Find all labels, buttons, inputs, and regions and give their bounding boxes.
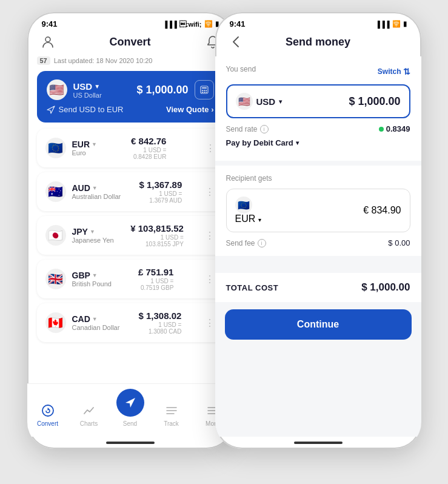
pay-method-label: Pay by Debit Card	[226, 138, 293, 147]
you-send-label: You send	[226, 65, 256, 73]
signal-icon: ▐▐▐	[162, 21, 176, 28]
convert-icon	[41, 403, 55, 418]
calculator-icon[interactable]	[195, 80, 214, 99]
currency-gbp[interactable]: 🇬🇧 GBP ▼ British Pound £ 751.91 1 USD =0…	[37, 260, 224, 298]
currency-list: 🇪🇺 EUR ▼ Euro € 842.76 1 USD =0.8428 EUR…	[37, 129, 224, 342]
gbp-rate: 1 USD =0.7519 GBP	[141, 278, 173, 291]
cad-menu[interactable]: ⋮	[205, 317, 215, 329]
pay-method-selector[interactable]: Pay by Debit Card ▾	[226, 138, 299, 147]
you-send-input-row[interactable]: 🇺🇸 USD ▾ $ 1,000.00	[226, 84, 410, 118]
home-indicator-2	[215, 437, 421, 449]
total-cost-value: $ 1,000.00	[361, 281, 410, 294]
nav-send[interactable]: Send	[110, 389, 151, 427]
update-badge: 57	[37, 56, 50, 65]
total-cost-section: TOTAL COST $ 1,000.00	[215, 273, 421, 302]
page-title-1: Convert	[56, 36, 204, 49]
eur-code: EUR ▼	[72, 139, 97, 149]
currency-jpy[interactable]: 🇯🇵 JPY ▼ Japanese Yen ¥ 103,815.52 1 USD…	[37, 216, 224, 255]
send-currency-selector[interactable]: 🇺🇸 USD ▾	[236, 93, 283, 110]
send-flag: 🇺🇸	[236, 93, 253, 110]
pay-method-row: Pay by Debit Card ▾	[226, 138, 410, 147]
header-2: Send money	[215, 31, 421, 56]
gbp-amount: £ 751.91	[138, 267, 173, 277]
last-updated-bar: 57 Last updated: 18 Nov 2020 10:20	[37, 56, 224, 65]
recipient-flag: 🇪🇺	[235, 197, 252, 213]
jpy-menu[interactable]: ⋮	[205, 230, 215, 241]
home-indicator-1	[27, 437, 233, 449]
status-bar-1: 9:41 ▐▐▐ :wifi; 🛜 ▮	[27, 12, 233, 31]
send-rate-info-icon[interactable]: i	[260, 125, 269, 133]
svg-rect-2	[202, 87, 207, 89]
svg-rect-8	[206, 92, 207, 93]
time-1: 9:41	[42, 19, 58, 29]
recipient-currency-chevron: ▾	[258, 217, 261, 223]
charts-icon	[82, 403, 96, 418]
send-fee-info-icon[interactable]: i	[258, 239, 266, 247]
signal-icon-2: ▐▐▐	[375, 21, 389, 28]
page-title-2: Send money	[244, 36, 392, 49]
cad-flag: 🇨🇦	[45, 312, 66, 333]
recipient-gets-section: Recipient gets 🇪🇺 EUR ▾ € 834.90 Send fe…	[215, 166, 421, 256]
svg-point-9	[42, 405, 53, 416]
send-rate-label: Send rate i	[226, 125, 269, 133]
selected-currency-code: USD ▼	[73, 81, 102, 92]
selected-currency-amount: $ 1,000.00	[136, 84, 188, 96]
eur-rate: 1 USD =0.8428 EUR	[133, 147, 166, 160]
nav-track-label: Track	[164, 420, 179, 427]
you-send-section: You send Switch ⇅ 🇺🇸 USD ▾ $ 1,000.00	[215, 56, 421, 161]
svg-rect-6	[202, 92, 203, 93]
recipient-gets-label: Recipient gets	[226, 174, 410, 183]
recipient-currency-selector[interactable]: 🇪🇺 EUR ▾	[235, 197, 261, 224]
aud-flag: 🇦🇺	[45, 181, 66, 202]
continue-button[interactable]: Continue	[225, 309, 412, 340]
gbp-menu[interactable]: ⋮	[205, 274, 215, 285]
back-icon[interactable]	[227, 33, 244, 50]
send-amount[interactable]: $ 1,000.00	[349, 95, 400, 108]
svg-rect-3	[202, 90, 203, 91]
total-cost-label: TOTAL COST	[226, 283, 279, 292]
cad-name: Canadian Dollar	[72, 324, 120, 331]
nav-track[interactable]: Track	[151, 403, 192, 427]
aud-name: Australian Dollar	[72, 193, 121, 200]
send-money-content: You send Switch ⇅ 🇺🇸 USD ▾ $ 1,000.00	[215, 56, 421, 437]
currency-aud[interactable]: 🇦🇺 AUD ▼ Australian Dollar $ 1,367.89 1 …	[37, 172, 224, 211]
switch-button[interactable]: Switch ⇅	[378, 67, 410, 76]
eur-flag: 🇪🇺	[45, 138, 66, 158]
aud-menu[interactable]: ⋮	[205, 186, 215, 198]
jpy-name: Japanese Yen	[72, 237, 114, 244]
send-rate-value: 0.8349	[379, 124, 410, 133]
svg-rect-5	[206, 90, 207, 91]
eur-amount: € 842.76	[131, 136, 166, 146]
status-icons-2: ▐▐▐ 🛜 ▮	[375, 20, 406, 28]
bottom-nav-1: Convert Charts Send	[27, 383, 233, 437]
spacer	[215, 261, 421, 273]
gbp-flag: 🇬🇧	[45, 269, 66, 289]
rate-status-dot	[379, 127, 384, 132]
cad-code: CAD ▼	[72, 314, 120, 324]
currency-eur[interactable]: 🇪🇺 EUR ▼ Euro € 842.76 1 USD =0.8428 EUR…	[37, 129, 224, 167]
jpy-amount: ¥ 103,815.52	[130, 223, 184, 234]
currency-cad[interactable]: 🇨🇦 CAD ▼ Canadian Dollar $ 1,308.02 1 US…	[37, 303, 224, 342]
eur-menu[interactable]: ⋮	[206, 143, 215, 154]
jpy-flag: 🇯🇵	[45, 225, 66, 246]
update-text: Last updated: 18 Nov 2020 10:20	[54, 57, 153, 64]
status-icons-1: ▐▐▐ :wifi; 🛜 ▮	[162, 20, 218, 28]
gbp-code: GBP ▼	[72, 271, 112, 280]
selected-currency-name: US Dollar	[73, 92, 102, 99]
header-1: Convert	[27, 31, 233, 56]
nav-charts[interactable]: Charts	[69, 403, 110, 427]
wifi-icon-2: 🛜	[204, 20, 213, 28]
nav-convert[interactable]: Convert	[27, 403, 69, 427]
wifi-icon: :wifi;	[179, 21, 202, 28]
aud-rate: 1 USD =1.3679 AUD	[149, 190, 182, 204]
usd-flag: 🇺🇸	[47, 79, 67, 100]
selected-currency-card[interactable]: 🇺🇸 USD ▼ US Dollar $ 1,000.00	[37, 71, 224, 123]
send-rate-row: Send rate i 0.8349	[226, 124, 410, 133]
view-quote-btn[interactable]: View Quote ›	[166, 105, 214, 114]
send-button[interactable]	[116, 389, 144, 417]
svg-point-0	[45, 37, 50, 42]
profile-icon[interactable]	[39, 33, 56, 50]
recipient-input-row[interactable]: 🇪🇺 EUR ▾ € 834.90	[226, 189, 410, 232]
send-fee-label: Send fee i	[226, 239, 266, 247]
phone-send-money: 9:41 ▐▐▐ 🛜 ▮ Send money You send	[215, 12, 421, 449]
